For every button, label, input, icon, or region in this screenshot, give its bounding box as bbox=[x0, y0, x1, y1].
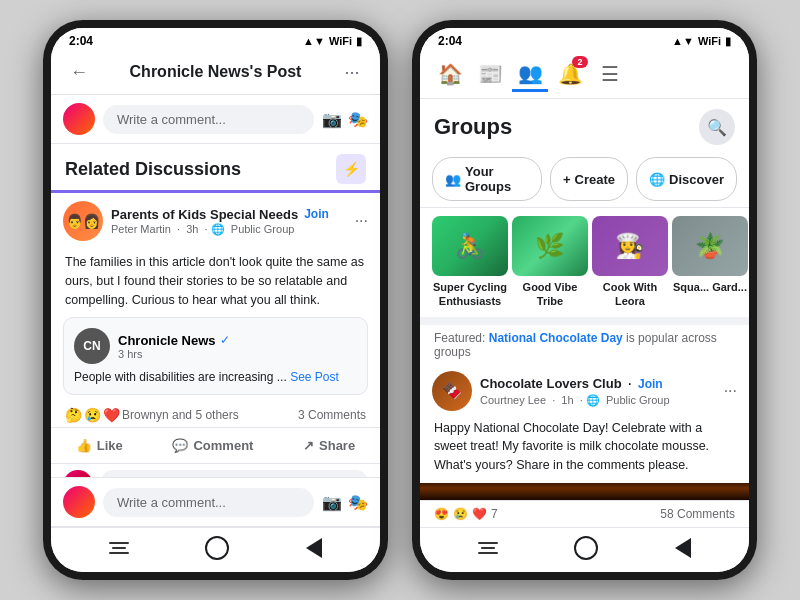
post-time: 3h bbox=[186, 223, 198, 235]
fb-news-icon[interactable]: 📰 bbox=[472, 56, 508, 92]
groups-title: Groups bbox=[434, 114, 512, 140]
choc-join-button[interactable]: Join bbox=[638, 377, 663, 391]
back-nav-button-right[interactable] bbox=[675, 538, 691, 558]
post-visibility: Public Group bbox=[231, 223, 295, 235]
battery-icon: ▮ bbox=[356, 35, 362, 48]
choc-piece-3 bbox=[639, 494, 735, 499]
battery-icon-r: ▮ bbox=[725, 35, 731, 48]
signal-icon-r: ▲▼ bbox=[672, 35, 694, 47]
vibe-label: Good Vibe Tribe bbox=[512, 280, 588, 309]
nav-lines-button-r[interactable] bbox=[478, 542, 498, 554]
featured-prefix: Featured: bbox=[434, 331, 485, 345]
status-bar-right: 2:04 ▲▼ WiFi ▮ bbox=[420, 28, 749, 50]
pill-create[interactable]: + Create bbox=[550, 157, 628, 201]
reaction-emoji-3: ❤️ bbox=[103, 407, 120, 423]
choc-group-name: Chocolate Lovers Club bbox=[480, 376, 622, 391]
choc-time: 1h bbox=[561, 394, 573, 406]
featured-text: Featured: National Chocolate Day is popu… bbox=[420, 325, 749, 363]
cycling-thumb-img: 🚴 bbox=[432, 216, 508, 276]
post-author: Peter Martin bbox=[111, 223, 171, 235]
your-groups-label: Your Groups bbox=[465, 164, 529, 194]
scene: 2:04 ▲▼ WiFi ▮ ← Chronicle News's Post ·… bbox=[0, 0, 800, 600]
discover-label: Discover bbox=[669, 172, 724, 187]
status-icons-right: ▲▼ WiFi ▮ bbox=[672, 35, 731, 48]
fb-home-icon[interactable]: 🏠 bbox=[432, 56, 468, 92]
gif-icon[interactable]: 🎭 bbox=[348, 110, 368, 129]
choc-post-text: Happy National Chocolate Day! Celebrate … bbox=[420, 419, 749, 483]
verified-icon: ✓ bbox=[220, 333, 230, 347]
choc-avatar: 🍫 bbox=[432, 371, 472, 411]
signal-icon: ▲▼ bbox=[303, 35, 325, 47]
group-thumb-sq[interactable]: 🪴 Squa... Gard... bbox=[672, 216, 748, 309]
group-name: Parents of Kids Special Needs bbox=[111, 207, 298, 222]
group-thumb-cook[interactable]: 👩‍🍳 Cook With Leora bbox=[592, 216, 668, 309]
group-post-header: 👨‍👩 Parents of Kids Special Needs Join P… bbox=[51, 193, 380, 249]
bottom-nav-right bbox=[420, 527, 749, 572]
groups-header: Groups 🔍 bbox=[420, 99, 749, 151]
choc-post-card: 🍫 Chocolate Lovers Club · Join Courtney … bbox=[420, 363, 749, 527]
group-avatar: 👨‍👩 bbox=[63, 201, 103, 241]
divider-1 bbox=[420, 317, 749, 325]
wifi-icon: WiFi bbox=[329, 35, 352, 47]
bottom-nav-left bbox=[51, 527, 380, 572]
time-left: 2:04 bbox=[69, 34, 93, 48]
right-phone: 2:04 ▲▼ WiFi ▮ 🏠 📰 👥 🔔 2 ☰ bbox=[412, 20, 757, 580]
search-button[interactable]: 🔍 bbox=[699, 109, 735, 145]
related-header: Related Discussions ⚡ bbox=[51, 144, 380, 193]
featured-link[interactable]: National Chocolate Day bbox=[489, 331, 623, 345]
pill-discover[interactable]: 🌐 Discover bbox=[636, 157, 737, 201]
fb-nav-icons: 🏠 📰 👥 🔔 2 ☰ bbox=[432, 56, 628, 92]
back-nav-button-left[interactable] bbox=[306, 538, 322, 558]
choc-post-header: 🍫 Chocolate Lovers Club · Join Courtney … bbox=[420, 363, 749, 419]
time-right: 2:04 bbox=[438, 34, 462, 48]
nav-lines-button[interactable] bbox=[109, 542, 129, 554]
related-section: Related Discussions ⚡ 👨‍👩 Parents of Kid… bbox=[51, 144, 380, 527]
choc-piece-5 bbox=[537, 498, 633, 500]
comment-icon: 💬 bbox=[172, 438, 188, 453]
more-button[interactable]: ··· bbox=[338, 58, 366, 86]
see-post-link[interactable]: See Post bbox=[290, 370, 339, 384]
status-bar-left: 2:04 ▲▼ WiFi ▮ bbox=[51, 28, 380, 50]
choc-more-button[interactable]: ··· bbox=[724, 382, 737, 400]
group-thumb-vibe[interactable]: 🌿 Good Vibe Tribe bbox=[512, 216, 588, 309]
comments-count[interactable]: 3 Comments bbox=[298, 408, 366, 422]
choc-reactions-left: 😍 😢 ❤️ 7 bbox=[434, 507, 498, 521]
user-avatar-top bbox=[63, 103, 95, 135]
choc-decorative bbox=[420, 483, 749, 500]
sq-label: Squa... Gard... bbox=[673, 280, 747, 294]
your-groups-icon: 👥 bbox=[445, 172, 461, 187]
fb-bell-icon[interactable]: 🔔 2 bbox=[552, 56, 588, 92]
comment-input-top-field[interactable]: Write a comment... bbox=[103, 105, 314, 134]
choc-piece-2 bbox=[537, 493, 633, 500]
home-button-right[interactable] bbox=[574, 536, 598, 560]
comment-input-bottom-field[interactable]: Write a comment... bbox=[103, 488, 314, 517]
gif-icon-bottom[interactable]: 🎭 bbox=[348, 493, 368, 512]
comment-button[interactable]: 💬 Comment bbox=[162, 432, 263, 459]
choc-visibility: Public Group bbox=[606, 394, 670, 406]
choc-react-1: 😍 bbox=[434, 507, 449, 521]
fb-menu-icon[interactable]: ☰ bbox=[592, 56, 628, 92]
share-icon: ↗ bbox=[303, 438, 314, 453]
post-bottom-bar: 😍 😢 ❤️ 7 58 Comments bbox=[420, 500, 749, 527]
pill-your-groups[interactable]: 👥 Your Groups bbox=[432, 157, 542, 201]
camera-icon-bottom[interactable]: 📷 bbox=[322, 493, 342, 512]
fb-groups-icon[interactable]: 👥 bbox=[512, 56, 548, 92]
reaction-icons: 🤔 😢 ❤️ Brownyn and 5 others bbox=[65, 407, 239, 423]
related-icon: ⚡ bbox=[336, 154, 366, 184]
share-button[interactable]: ↗ Share bbox=[293, 432, 365, 459]
back-button[interactable]: ← bbox=[65, 58, 93, 86]
home-button-left[interactable] bbox=[205, 536, 229, 560]
create-icon: + bbox=[563, 172, 571, 187]
post-more-button[interactable]: ··· bbox=[355, 212, 368, 230]
comment-input-top: Write a comment... 📷 🎭 bbox=[51, 95, 380, 144]
choc-comments-count[interactable]: 58 Comments bbox=[660, 507, 735, 521]
join-button[interactable]: Join bbox=[304, 207, 329, 221]
create-label: Create bbox=[575, 172, 615, 187]
camera-icon[interactable]: 📷 bbox=[322, 110, 342, 129]
cook-label: Cook With Leora bbox=[592, 280, 668, 309]
like-button[interactable]: 👍 Like bbox=[66, 432, 133, 459]
group-post-text: The families in this article don't look … bbox=[51, 249, 380, 317]
choc-react-2: 😢 bbox=[453, 507, 468, 521]
group-thumb-cycling[interactable]: 🚴 Super Cycling Enthusiasts bbox=[432, 216, 508, 309]
input-icons-top: 📷 🎭 bbox=[322, 110, 368, 129]
